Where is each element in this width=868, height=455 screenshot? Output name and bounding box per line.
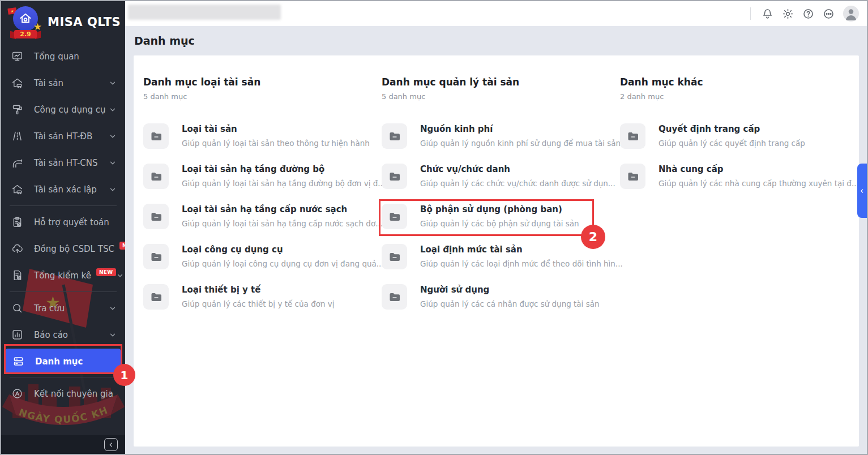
blurred-org-name [128, 5, 281, 20]
category-title: Loại tài sản hạ tầng đường bộ [182, 164, 385, 174]
road-icon [10, 130, 24, 142]
folder-icon [382, 244, 407, 269]
category-title: Loại định mức tài sản [420, 244, 623, 255]
topbar-icons [750, 1, 859, 26]
cloud-sync-icon [10, 243, 24, 255]
category-chuc-vu-chuc-danh[interactable]: Chức vụ/chức danh Giúp quản lý các chức … [382, 164, 620, 189]
asset-established-icon [10, 183, 24, 195]
category-title: Loại tài sản hạ tầng cấp nước sạch [182, 204, 383, 214]
categories-icon [11, 355, 25, 367]
notifications-bell-icon[interactable] [762, 8, 773, 20]
sidebar-item-tai-san-ht-db[interactable]: Tài sản HT-ĐB [1, 123, 125, 149]
sidebar-item-tong-quan[interactable]: Tổng quan [1, 43, 125, 70]
category-title: Nguồn kinh phí [420, 124, 621, 134]
category-description: Giúp quản lý các thiết bị y tế của đơn v… [182, 299, 335, 308]
user-avatar[interactable] [843, 6, 859, 22]
category-description: Giúp quản lý nguồn kinh phí sử dụng để m… [420, 139, 621, 148]
section-title: Danh mục quản lý tài sản [382, 76, 620, 88]
expert-connect-icon [10, 388, 24, 400]
category-description: Giúp quản lý loại tài sản hạ tầng đường … [182, 179, 385, 188]
sidebar-item-label: Tài sản HT-ĐB [34, 131, 92, 141]
more-options-icon[interactable] [823, 8, 835, 20]
sidebar-item-ket-noi-chuyen-gia[interactable]: Kết nối chuyên gia [1, 380, 125, 407]
sidebar-item-tong-kiem-ke[interactable]: Tổng kiểm kê NEW [1, 262, 125, 289]
category-description: Giúp quản lý các chức vụ/chức danh được … [420, 179, 615, 188]
sidebar-item-label: Danh mục [35, 357, 83, 367]
section-count: 5 danh mục [143, 92, 382, 101]
help-icon[interactable] [802, 8, 814, 20]
chevron-down-icon [109, 79, 117, 87]
pipe-icon [10, 157, 24, 169]
sidebar-item-tra-cuu[interactable]: Tra cứu [1, 295, 125, 321]
chevron-down-icon [109, 331, 117, 339]
category-loai-thiet-bi-y-te[interactable]: Loại thiết bị y tế Giúp quản lý các thiế… [143, 284, 382, 310]
folder-icon [382, 164, 407, 189]
section-title: Danh mục loại tài sản [143, 76, 382, 88]
category-loai-tai-san[interactable]: Loại tài sản Giúp quản lý loại tài sản t… [143, 123, 382, 149]
category-title: Loại tài sản [182, 124, 370, 134]
category-description: Giúp quản lý các bộ phận sử dụng tài sản [420, 219, 579, 228]
new-badge: NEW [96, 268, 116, 276]
brand-name: MISA QLTS [48, 15, 121, 29]
chevron-down-icon [109, 304, 117, 312]
folder-icon [143, 204, 169, 229]
sidebar-item-tai-san[interactable]: Tài sản [1, 70, 125, 96]
folder-icon [143, 284, 169, 310]
collapse-sidebar-button[interactable] [104, 438, 118, 451]
category-loai-cong-cu-dung-cu[interactable]: Loại công cụ dụng cụ Giúp quản lý loại c… [143, 244, 382, 269]
sidebar-item-label: Kết nối chuyên gia [34, 389, 113, 399]
category-loai-tai-san-ha-tang-duong-bo[interactable]: Loại tài sản hạ tầng đường bộ Giúp quản … [143, 164, 382, 189]
sidebar-item-label: Đồng bộ CSDL TSC [34, 244, 114, 254]
asset-icon [10, 77, 24, 89]
category-nha-cung-cap[interactable]: Nhà cung cấp Giúp quản lý các nhà cung c… [620, 164, 858, 189]
sidebar-item-tai-san-xac-lap[interactable]: Tài sản xác lập [1, 176, 125, 203]
category-title: Người sử dụng [420, 285, 600, 295]
sidebar-item-label: Tài sản HT-CNS [34, 158, 98, 168]
topbar [125, 1, 867, 26]
page-title: Danh mục [134, 35, 195, 47]
expand-right-panel-tab[interactable] [857, 164, 867, 218]
version-badge: 2.9 [14, 30, 37, 38]
category-bo-phan-su-dung[interactable]: Bộ phận sử dụng (phòng ban) Giúp quản lý… [382, 204, 620, 229]
category-description: Giúp quản lý các cá nhân được sử dụng tà… [420, 299, 600, 308]
app-logo: ★ ★ 2.9 MISA QLTS [1, 1, 125, 43]
category-description: Giúp quản lý loại tài sản hạ tầng cấp nư… [182, 219, 383, 228]
overview-icon [10, 50, 24, 62]
sidebar-item-label: Báo cáo [34, 330, 68, 340]
folder-icon [143, 164, 169, 189]
section-danh-muc-khac: Danh mục khác 2 danh mục Quyết định tran… [620, 76, 858, 447]
section-count: 5 danh mục [382, 92, 620, 101]
settings-gear-icon[interactable] [782, 8, 794, 20]
sidebar-item-cong-cu-dung-cu[interactable]: Công cụ dụng cụ [1, 96, 125, 123]
sidebar-item-bao-cao[interactable]: Báo cáo [1, 321, 125, 348]
category-loai-tai-san-ha-tang-cap-nuoc-sach[interactable]: Loại tài sản hạ tầng cấp nước sạch Giúp … [143, 204, 382, 229]
section-danh-muc-loai-tai-san: Danh mục loại tài sản 5 danh mục Loại tà… [143, 76, 382, 447]
sidebar-item-dong-bo-csdl-tsc[interactable]: Đồng bộ CSDL TSC NEW [1, 235, 125, 262]
category-nguoi-su-dung[interactable]: Người sử dụng Giúp quản lý các cá nhân đ… [382, 284, 620, 310]
folder-icon [620, 123, 645, 149]
category-quyet-dinh-trang-cap[interactable]: Quyết định trang cấp Giúp quản lý các qu… [620, 123, 858, 149]
sidebar-item-ho-tro-quyet-toan[interactable]: Hỗ trợ quyết toán [1, 209, 125, 235]
sidebar-item-tai-san-ht-cns[interactable]: Tài sản HT-CNS [1, 149, 125, 176]
chevron-down-icon [109, 186, 117, 194]
sidebar-item-label: Tra cứu [34, 303, 65, 314]
paint-roller-icon [10, 104, 24, 115]
category-loai-dinh-muc-tai-san[interactable]: Loại định mức tài sản Giúp quản lý các l… [382, 244, 620, 269]
misa-logo-icon: ★ ★ 2.9 [8, 6, 42, 38]
category-description: Giúp quản lý loại công cụ dụng cụ đơn vị… [182, 259, 384, 268]
sidebar: ★ ★ 2.9 MISA QLTS Tổng quan [1, 1, 125, 454]
divider [10, 291, 117, 292]
folder-icon [143, 244, 169, 269]
new-badge: NEW [119, 242, 125, 250]
folder-icon [143, 123, 169, 149]
category-description: Giúp quản lý loại tài sản theo thông tư … [182, 139, 370, 148]
category-title: Loại thiết bị y tế [182, 285, 335, 295]
category-title: Chức vụ/chức danh [420, 164, 615, 174]
folder-icon [382, 123, 407, 149]
category-title: Bộ phận sử dụng (phòng ban) [420, 204, 579, 214]
categories-card: Danh mục loại tài sản 5 danh mục Loại tà… [134, 55, 859, 447]
search-icon [10, 302, 24, 314]
category-nguon-kinh-phi[interactable]: Nguồn kinh phí Giúp quản lý nguồn kinh p… [382, 123, 620, 149]
divider [10, 377, 117, 377]
sidebar-item-danh-muc[interactable]: Danh mục [6, 349, 121, 374]
